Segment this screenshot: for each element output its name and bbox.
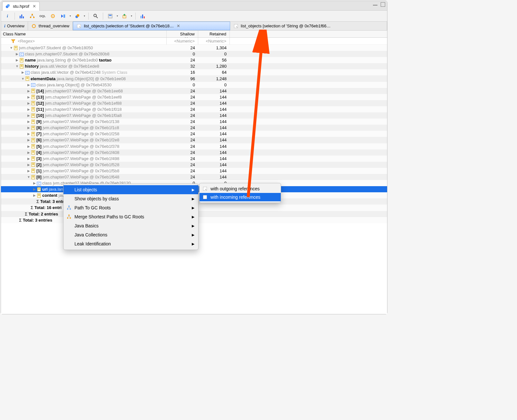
- twistie-icon[interactable]: ▶: [27, 120, 31, 123]
- dropdown-icon[interactable]: [83, 14, 86, 17]
- info-icon: i: [4, 24, 5, 29]
- menu-java-basics[interactable]: Java Basics ▶: [63, 221, 198, 230]
- twistie-icon[interactable]: ▶: [27, 169, 31, 173]
- table-row[interactable]: ▶[2] jvm.chapter07.WebPage @ 0x76eb1f528…: [1, 162, 387, 168]
- twistie-icon[interactable]: ▶: [27, 83, 31, 87]
- menu-path-to-gc-roots[interactable]: Path To GC Roots ▶: [63, 203, 198, 212]
- object-icon: [31, 119, 36, 124]
- table-row[interactable]: ▶[7] jvm.chapter07.WebPage @ 0x76eb1f258…: [1, 131, 387, 137]
- object-tree[interactable]: ▼jvm.chapter07.Student @ 0x76eb18050241,…: [1, 45, 387, 314]
- table-row[interactable]: ▶[12] jvm.chapter07.WebPage @ 0x76eb1ef8…: [1, 100, 387, 106]
- menu-java-collections[interactable]: Java Collections ▶: [63, 230, 198, 239]
- oql-button[interactable]: OQL: [38, 12, 47, 20]
- table-row[interactable]: ▶[6] jvm.chapter07.WebPage @ 0x76eb1f2e8…: [1, 137, 387, 143]
- svg-rect-75: [32, 157, 34, 158]
- menu-show-objects-by-class[interactable]: Show objects by class ▶: [63, 194, 198, 203]
- tab-overview[interactable]: i Overview: [1, 22, 28, 30]
- table-row[interactable]: ▶[3] jvm.chapter07.WebPage @ 0x76eb1f498…: [1, 156, 387, 162]
- table-row[interactable]: ▶[4] jvm.chapter07.WebPage @ 0x76eb1f408…: [1, 149, 387, 156]
- numeric-filter-shallow[interactable]: <Numeric>: [167, 38, 198, 44]
- run-report-button[interactable]: [59, 12, 68, 20]
- column-class-name[interactable]: Class Name: [1, 31, 167, 37]
- row-label: [13] jvm.chapter07.WebPage @ 0x76eb1eef8: [36, 95, 122, 100]
- menu-merge-shortest-paths[interactable]: Merge Shortest Paths to GC Roots ▶: [63, 212, 198, 221]
- table-row[interactable]: ▶C class java.lang.Object[] @ 0x76eb4353…: [1, 82, 387, 88]
- svg-point-13: [94, 14, 96, 17]
- regex-input[interactable]: <Regex>: [18, 39, 35, 43]
- twistie-icon[interactable]: ▶: [27, 95, 31, 99]
- numeric-filter-retained[interactable]: <Numeric>: [198, 38, 230, 44]
- svg-rect-69: [32, 145, 34, 146]
- menu-label: Path To GC Roots: [74, 205, 111, 210]
- table-row[interactable]: ▶C class jvm.chapter07.Student @ 0x76eb2…: [1, 51, 387, 57]
- twistie-icon[interactable]: ▼: [15, 64, 19, 68]
- calculator-button[interactable]: [106, 12, 115, 20]
- table-row[interactable]: ▶name java.lang.String @ 0x76eb1edb0 tao…: [1, 57, 387, 63]
- table-row[interactable]: ▶[11] jvm.chapter07.WebPage @ 0x76eb1f01…: [1, 106, 387, 112]
- tab-label: Overview: [7, 24, 24, 28]
- table-row[interactable]: ▼[0] jvm.chapter07.WebPage @ 0x76eb1f648…: [1, 174, 387, 180]
- twistie-icon[interactable]: ▶: [27, 145, 31, 148]
- table-row[interactable]: ▼history java.util.Vector @ 0x76eb1ede83…: [1, 63, 387, 69]
- query-browser-button[interactable]: [73, 12, 82, 20]
- table-row[interactable]: ▶[9] jvm.chapter07.WebPage @ 0x76eb1f138…: [1, 119, 387, 125]
- search-button[interactable]: [91, 12, 100, 20]
- tab-list-objects-active[interactable]: list_objects [selection of 'Student @ 0x…: [73, 22, 230, 30]
- dropdown-icon[interactable]: [116, 14, 119, 17]
- twistie-icon[interactable]: ▼: [27, 175, 31, 179]
- close-icon[interactable]: ✕: [177, 24, 180, 28]
- twistie-icon[interactable]: ▶: [27, 101, 31, 105]
- row-label: Σ Total: 3 entr: [36, 199, 64, 204]
- twistie-icon[interactable]: ▶: [33, 187, 36, 191]
- editor-tab-stuhprof[interactable]: stu.hprof ✕: [2, 2, 40, 11]
- tab-list-objects-string[interactable]: list_objects [selection of 'String @ 0x7…: [230, 22, 387, 30]
- export-button[interactable]: [120, 12, 129, 20]
- dropdown-icon[interactable]: [69, 14, 72, 17]
- minimize-button[interactable]: [373, 2, 377, 5]
- close-icon[interactable]: ✕: [33, 4, 36, 9]
- menu-list-objects[interactable]: List objects ▶: [63, 185, 198, 194]
- retained-heap-value: 144: [198, 89, 230, 93]
- histogram-button[interactable]: [17, 12, 26, 20]
- submenu-outgoing-references[interactable]: with outgoing references: [200, 185, 281, 193]
- tab-thread-overview[interactable]: thread_overview: [28, 22, 73, 30]
- twistie-icon[interactable]: ▶: [21, 71, 25, 74]
- table-row[interactable]: ▶[13] jvm.chapter07.WebPage @ 0x76eb1eef…: [1, 94, 387, 100]
- twistie-icon[interactable]: ▶: [27, 151, 31, 154]
- twistie-icon[interactable]: ▶: [27, 89, 31, 93]
- column-shallow-heap[interactable]: Shallow Heap: [167, 31, 198, 37]
- compare-button[interactable]: [138, 12, 147, 20]
- info-button[interactable]: i: [3, 12, 12, 20]
- twistie-icon[interactable]: ▶: [27, 138, 31, 142]
- twistie-icon[interactable]: ▶: [33, 181, 36, 185]
- twistie-icon[interactable]: ▶: [15, 58, 19, 62]
- table-row[interactable]: ▼jvm.chapter07.Student @ 0x76eb18050241,…: [1, 45, 387, 51]
- table-row[interactable]: ▶[14] jvm.chapter07.WebPage @ 0x76eb1ee6…: [1, 88, 387, 94]
- row-label: [3] jvm.chapter07.WebPage @ 0x76eb1f498: [36, 156, 119, 161]
- object-icon: [31, 132, 36, 136]
- twistie-icon[interactable]: ▶: [27, 126, 31, 129]
- twistie-icon[interactable]: ▶: [27, 132, 31, 136]
- dropdown-icon[interactable]: [130, 14, 133, 17]
- table-row[interactable]: ▶[1] jvm.chapter07.WebPage @ 0x76eb1f5b8…: [1, 168, 387, 174]
- twistie-icon[interactable]: ▶: [15, 52, 19, 56]
- twistie-icon[interactable]: ▶: [27, 114, 31, 117]
- thread-overview-button[interactable]: [48, 12, 57, 20]
- table-row[interactable]: ▶[10] jvm.chapter07.WebPage @ 0x76eb1f0a…: [1, 112, 387, 119]
- twistie-icon[interactable]: ▶: [33, 194, 36, 197]
- table-row[interactable]: ▼elementData java.lang.Object[20] @ 0x76…: [1, 75, 387, 81]
- twistie-icon[interactable]: ▶: [27, 108, 31, 111]
- twistie-icon[interactable]: ▶: [27, 157, 31, 160]
- table-row[interactable]: ▶C class java.util.Vector @ 0x76eb42248 …: [1, 69, 387, 75]
- table-row[interactable]: ▶[8] jvm.chapter07.WebPage @ 0x76eb1f1c8…: [1, 125, 387, 131]
- twistie-icon[interactable]: ▼: [21, 77, 25, 81]
- dominator-tree-button[interactable]: [28, 12, 37, 20]
- column-retained-heap[interactable]: Retained Heap: [198, 31, 230, 37]
- menu-leak-identification[interactable]: Leak Identification ▶: [63, 239, 198, 248]
- maximize-button[interactable]: [381, 2, 385, 7]
- twistie-icon[interactable]: ▼: [9, 46, 13, 50]
- twistie-icon[interactable]: ▶: [27, 163, 31, 167]
- retained-heap-value: 64: [198, 70, 230, 75]
- table-row[interactable]: ▶[5] jvm.chapter07.WebPage @ 0x76eb1f378…: [1, 143, 387, 149]
- submenu-incoming-references[interactable]: with incoming references: [200, 193, 281, 201]
